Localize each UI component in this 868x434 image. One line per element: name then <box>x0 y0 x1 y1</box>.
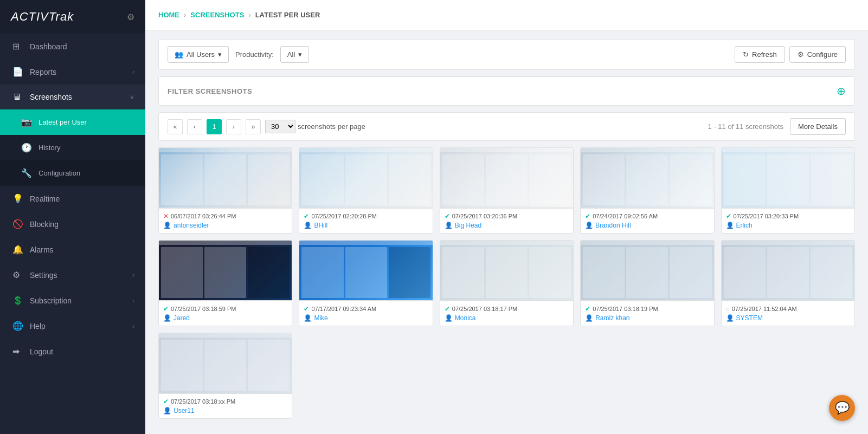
screenshot-card[interactable]: ✔ 07/17/2017 09:23:34 AM 👤 Mike <box>299 240 433 326</box>
screenshot-date: ✔ 07/25/2017 02:20:28 PM <box>304 212 428 220</box>
screenshot-user: 👤 Mike <box>304 314 428 322</box>
help-icon: 🌐 <box>12 321 30 331</box>
per-page-select: 30 50 100 screenshots per page <box>265 120 365 133</box>
screenshot-thumbnail <box>299 148 432 208</box>
status-icon: ✔ <box>585 212 590 220</box>
count-label: 1 - 11 of 11 screenshots <box>708 122 783 131</box>
page-first-button[interactable]: « <box>168 119 183 134</box>
filter-add-icon[interactable]: ⊕ <box>837 85 846 98</box>
configure-button[interactable]: ⚙ Configure <box>789 46 846 63</box>
page-next-button[interactable]: › <box>226 119 241 134</box>
sidebar-item-blocking[interactable]: 🚫 Blocking <box>0 211 145 237</box>
gear-icon[interactable]: ⚙ <box>127 12 134 22</box>
breadcrumb-sep: › <box>184 11 186 19</box>
screenshot-info: ○ 07/25/2017 11:52:04 AM 👤 SYSTEM <box>722 300 854 326</box>
sidebar-item-label: Settings <box>30 271 132 280</box>
screenshot-info: ✔ 07/25/2017 03:20:33 PM 👤 Erlich <box>722 208 854 233</box>
screenshot-card[interactable]: ✔ 07/25/2017 03:20:36 PM 👤 Big Head <box>440 147 574 234</box>
chevron-left-icon: ‹ <box>132 68 134 76</box>
screenshot-card[interactable]: ✔ 07/25/2017 03:18:59 PM 👤 Jared <box>158 240 292 326</box>
screenshot-date: ✔ 07/25/2017 03:18:xx PM <box>163 398 287 405</box>
breadcrumb-home[interactable]: HOME <box>158 11 179 19</box>
user-link[interactable]: Monica <box>455 314 476 322</box>
user-link[interactable]: Brandon Hill <box>595 222 631 229</box>
screenshot-info: ✔ 07/25/2017 03:18:xx PM 👤 User11 <box>159 393 292 418</box>
chat-bubble[interactable]: 💬 <box>829 395 855 421</box>
sidebar-item-reports[interactable]: 📄 Reports ‹ <box>0 59 145 85</box>
sidebar-item-label: Help <box>30 322 132 331</box>
page-prev-button[interactable]: ‹ <box>187 119 202 134</box>
sidebar-item-latest-per-user[interactable]: 📷 Latest per User <box>0 109 145 135</box>
sidebar-item-label: Alarms <box>30 245 134 254</box>
screenshot-card[interactable]: ✔ 07/25/2017 02:20:28 PM 👤 BHill <box>299 147 433 234</box>
chevron-down-icon: ▾ <box>298 50 302 59</box>
user-link[interactable]: Mike <box>314 314 327 322</box>
sidebar-item-settings[interactable]: ⚙ Settings ‹ <box>0 262 145 288</box>
refresh-icon: ↻ <box>743 50 749 59</box>
sidebar-item-configuration[interactable]: 🔧 Configuration <box>0 160 145 186</box>
sidebar-item-label: Latest per User <box>38 118 134 126</box>
sidebar-item-alarms[interactable]: 🔔 Alarms <box>0 237 145 262</box>
chevron-down-icon: ▾ <box>218 50 222 59</box>
per-page-dropdown[interactable]: 30 50 100 <box>265 120 295 133</box>
sidebar-item-history[interactable]: 🕐 History <box>0 135 145 160</box>
screenshot-card[interactable]: ✕ 06/07/2017 03:26:44 PM 👤 antonseidler <box>158 147 292 234</box>
screenshot-timestamp: 07/24/2017 09:02:56 AM <box>593 213 658 219</box>
screenshot-date: ✕ 06/07/2017 03:26:44 PM <box>163 212 287 220</box>
sidebar: ACTIVTrak ⚙ ⊞ Dashboard 📄 Reports ‹ 🖥 Sc… <box>0 0 145 434</box>
configure-label: Configure <box>807 50 838 59</box>
subscription-icon: 💲 <box>12 295 30 306</box>
alarms-icon: 🔔 <box>12 244 30 255</box>
screenshot-date: ✔ 07/25/2017 03:20:33 PM <box>726 212 850 220</box>
user-link[interactable]: Big Head <box>455 222 481 229</box>
screenshot-info: ✔ 07/25/2017 02:20:28 PM 👤 BHill <box>299 208 432 233</box>
all-users-dropdown[interactable]: 👥 All Users ▾ <box>168 46 229 63</box>
user-link[interactable]: Ramiz khan <box>595 314 629 322</box>
more-details-label: More Details <box>798 122 838 131</box>
user-icon: 👤 <box>726 314 734 322</box>
sidebar-item-subscription[interactable]: 💲 Subscription ‹ <box>0 288 145 313</box>
user-link[interactable]: BHill <box>314 222 327 229</box>
chevron-left-icon: ‹ <box>132 322 134 330</box>
screenshot-info: ✔ 07/25/2017 03:20:36 PM 👤 Big Head <box>440 208 573 233</box>
user-link[interactable]: antonseidler <box>173 222 209 229</box>
screenshot-user: 👤 Jared <box>163 314 287 322</box>
screenshot-timestamp: 07/25/2017 03:20:36 PM <box>452 213 517 219</box>
user-link[interactable]: Jared <box>173 314 190 322</box>
page-1-button[interactable]: 1 <box>207 119 222 134</box>
pagination-bar: « ‹ 1 › » 30 50 100 screenshots per page… <box>158 112 855 141</box>
users-icon: 👥 <box>175 50 183 59</box>
user-icon: 👤 <box>304 314 312 322</box>
user-link[interactable]: SYSTEM <box>736 314 763 322</box>
screenshot-card[interactable]: ✔ 07/25/2017 03:20:33 PM 👤 Erlich <box>721 147 855 234</box>
sidebar-item-help[interactable]: 🌐 Help ‹ <box>0 313 145 339</box>
screenshot-info: ✔ 07/25/2017 03:18:19 PM 👤 Ramiz khan <box>581 300 713 326</box>
screenshot-thumbnail <box>722 148 854 208</box>
productivity-dropdown[interactable]: All ▾ <box>280 46 309 63</box>
screenshot-card[interactable]: ○ 07/25/2017 11:52:04 AM 👤 SYSTEM <box>721 240 855 326</box>
refresh-button[interactable]: ↻ Refresh <box>735 46 785 63</box>
page-last-button[interactable]: » <box>246 119 261 134</box>
screenshot-date: ✔ 07/25/2017 03:18:59 PM <box>163 305 287 313</box>
screenshot-date: ✔ 07/24/2017 09:02:56 AM <box>585 212 709 220</box>
screenshot-card[interactable]: ✔ 07/25/2017 03:18:19 PM 👤 Ramiz khan <box>580 240 714 326</box>
sidebar-item-dashboard[interactable]: ⊞ Dashboard <box>0 34 145 59</box>
screenshot-card[interactable]: ✔ 07/25/2017 03:18:17 PM 👤 Monica <box>440 240 574 326</box>
breadcrumb-screenshots[interactable]: SCREENSHOTS <box>190 11 244 19</box>
sidebar-item-realtime[interactable]: 💡 Realtime <box>0 186 145 211</box>
toolbar-right: ↻ Refresh ⚙ Configure <box>735 46 846 63</box>
screenshot-card[interactable]: ✔ 07/25/2017 03:18:xx PM 👤 User11 <box>158 333 292 419</box>
user-icon: 👤 <box>445 222 453 229</box>
user-icon: 👤 <box>445 314 453 322</box>
screenshot-info: ✕ 06/07/2017 03:26:44 PM 👤 antonseidler <box>159 208 292 233</box>
screenshot-timestamp: 07/25/2017 03:18:xx PM <box>171 398 235 405</box>
logout-icon: ➡ <box>12 346 30 357</box>
user-link[interactable]: Erlich <box>736 222 753 229</box>
sidebar-item-label: Reports <box>30 68 132 76</box>
chevron-down-icon: ∨ <box>130 93 134 101</box>
sidebar-item-screenshots[interactable]: 🖥 Screenshots ∨ <box>0 85 145 109</box>
screenshot-card[interactable]: ✔ 07/24/2017 09:02:56 AM 👤 Brandon Hill <box>580 147 714 234</box>
sidebar-item-logout[interactable]: ➡ Logout <box>0 339 145 364</box>
user-link[interactable]: User11 <box>173 407 195 414</box>
more-details-button[interactable]: More Details <box>790 118 846 135</box>
